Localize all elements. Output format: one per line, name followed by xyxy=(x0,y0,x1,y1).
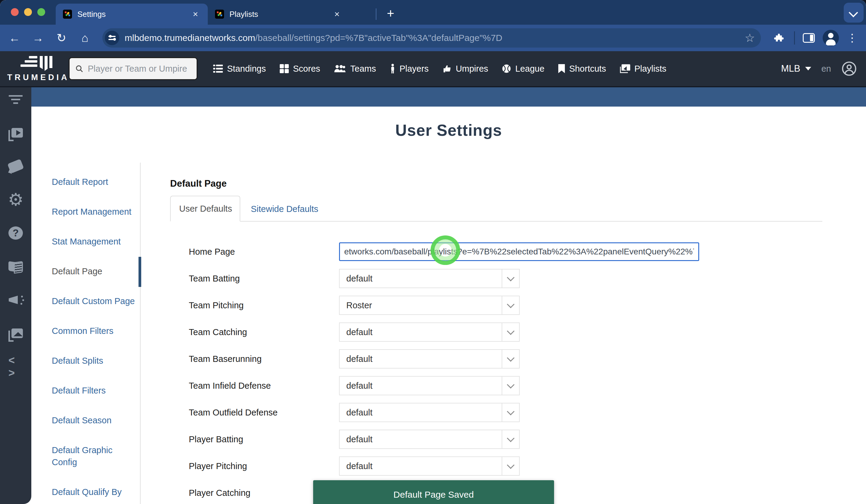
nav-item-label: Standings xyxy=(227,64,266,74)
nav-item-standings[interactable]: Standings xyxy=(213,64,266,74)
nav-item-label: Teams xyxy=(350,64,376,74)
chevron-down-icon xyxy=(502,269,519,288)
site-favicon xyxy=(63,10,72,19)
settings-menu-item[interactable]: Default Qualify By xyxy=(52,486,135,498)
tab-title: Settings xyxy=(77,10,190,19)
nav-item-shortcuts[interactable]: Shortcuts xyxy=(558,64,606,74)
bookmark-star-icon[interactable]: ☆ xyxy=(745,31,755,45)
image-stack-icon[interactable] xyxy=(9,327,23,340)
nav-item-scores[interactable]: Scores xyxy=(280,64,320,74)
settings-menu-item[interactable]: Common Filters xyxy=(52,325,135,337)
forward-icon[interactable]: → xyxy=(30,30,46,46)
standings-icon xyxy=(213,64,223,73)
back-icon[interactable]: ← xyxy=(7,30,22,46)
address-bar[interactable]: mlbdemo.trumedianetworks.com/baseball/se… xyxy=(102,28,761,47)
default-select-row: Team Infield Defense default xyxy=(170,376,866,395)
tab-divider xyxy=(376,9,376,20)
default-select-row: Team Pitching Roster xyxy=(170,296,866,315)
default-select-row: Team Baserunning default xyxy=(170,349,866,369)
url-text[interactable]: mlbdemo.trumedianetworks.com/baseball/se… xyxy=(125,33,740,43)
page-content: User Settings Default Report Report Mana… xyxy=(31,107,866,504)
select-rows: Team Batting default Team Pitching xyxy=(170,269,866,503)
select-row-label: Team Baserunning xyxy=(170,354,339,364)
settings-menu-item[interactable]: Report Management xyxy=(52,206,135,218)
search-icon xyxy=(75,64,84,74)
chevron-down-icon xyxy=(502,377,519,395)
dropdown-selected-value: default xyxy=(340,350,502,368)
default-dropdown[interactable]: default xyxy=(339,403,520,422)
default-dropdown[interactable]: default xyxy=(339,349,520,369)
chevron-down-icon xyxy=(805,67,811,70)
dropdown-selected-value: default xyxy=(340,457,502,475)
default-dropdown[interactable]: default xyxy=(339,323,520,342)
browser-menu-icon[interactable]: ⋮ xyxy=(847,32,857,44)
settings-menu-item[interactable]: Default Filters xyxy=(52,384,135,396)
tab-close-icon[interactable]: × xyxy=(332,9,342,19)
league-selector[interactable]: MLB xyxy=(781,63,811,74)
nav-item-label: Playlists xyxy=(634,64,666,74)
account-icon[interactable] xyxy=(841,61,857,77)
settings-panel: Default Page User Defaults Sitewide Defa… xyxy=(170,163,866,504)
home-icon[interactable]: ⌂ xyxy=(77,30,93,46)
search-input[interactable] xyxy=(88,64,191,74)
settings-menu-item[interactable]: Stat Management xyxy=(52,235,135,247)
defaults-form: Home Page Team Batting default xyxy=(170,242,866,503)
brand-name: TRUMEDIA xyxy=(7,73,65,82)
tab-sitewide-defaults[interactable]: Sitewide Defaults xyxy=(251,196,318,222)
nav-item-teams[interactable]: Teams xyxy=(334,64,376,74)
extensions-puzzle-icon[interactable] xyxy=(770,30,786,46)
umpires-icon xyxy=(442,64,451,73)
select-row-label: Player Pitching xyxy=(170,461,339,471)
select-row-label: Team Outfield Defense xyxy=(170,408,339,417)
video-playlist-icon[interactable] xyxy=(9,126,23,139)
filter-icon[interactable] xyxy=(9,93,23,106)
default-dropdown[interactable]: default xyxy=(339,376,520,395)
default-dropdown[interactable]: Roster xyxy=(339,296,520,315)
settings-menu-item[interactable]: Default Report xyxy=(52,176,135,188)
site-settings-icon[interactable] xyxy=(105,31,119,45)
select-row-label: Team Pitching xyxy=(170,301,339,311)
settings-menu-item[interactable]: Default Graphic Config xyxy=(52,444,135,468)
tab-playlists[interactable]: Playlists × xyxy=(208,4,349,25)
chevron-down-icon xyxy=(502,403,519,422)
tab-user-defaults[interactable]: User Defaults xyxy=(170,196,240,222)
minimize-window-button[interactable] xyxy=(24,8,32,16)
announcements-megaphone-icon[interactable] xyxy=(9,293,23,306)
tab-close-icon[interactable]: × xyxy=(190,9,201,19)
help-icon[interactable] xyxy=(9,226,23,240)
nav-item-league[interactable]: League xyxy=(502,64,544,74)
browser-window: Settings × Playlists × + ← → ↻ ⌂ mlbdemo… xyxy=(0,0,866,504)
tab-search-chevron-button[interactable] xyxy=(844,3,864,23)
teams-icon xyxy=(334,64,346,73)
home-page-input[interactable] xyxy=(339,242,699,261)
default-dropdown[interactable]: default xyxy=(339,269,520,288)
settings-menu-item[interactable]: Default Custom Page xyxy=(52,295,135,307)
browser-profile-avatar[interactable] xyxy=(823,30,839,46)
home-page-row: Home Page xyxy=(170,242,866,261)
tab-settings[interactable]: Settings × xyxy=(56,4,208,25)
nav-item-umpires[interactable]: Umpires xyxy=(442,64,488,74)
dropdown-selected-value: default xyxy=(340,430,502,448)
close-window-button[interactable] xyxy=(11,8,19,16)
side-panel-icon[interactable] xyxy=(803,33,815,43)
settings-menu-item[interactable]: Default Season xyxy=(52,414,135,426)
new-tab-button[interactable]: + xyxy=(382,5,399,22)
settings-menu-item[interactable]: Default Page xyxy=(52,265,135,277)
page-header-strip xyxy=(31,87,866,107)
embed-code-icon[interactable] xyxy=(9,360,23,373)
settings-gear-icon[interactable]: ⚙ xyxy=(9,193,23,206)
reload-icon[interactable]: ↻ xyxy=(54,30,69,46)
settings-menu-item[interactable]: Default Splits xyxy=(52,355,135,367)
cards-icon[interactable] xyxy=(9,159,23,173)
default-dropdown[interactable]: default xyxy=(339,457,520,476)
nav-item-playlists[interactable]: Playlists xyxy=(620,64,666,74)
glossary-book-icon[interactable] xyxy=(9,260,23,273)
language-label[interactable]: en xyxy=(821,64,831,74)
nav-item-players[interactable]: Players xyxy=(390,64,429,74)
trumedia-logo[interactable]: TRUMEDIA xyxy=(7,55,65,82)
nav-items: Standings Scores Teams Players Umpires L… xyxy=(213,64,781,74)
dropdown-selected-value: default xyxy=(340,403,502,422)
zoom-window-button[interactable] xyxy=(37,8,45,16)
default-dropdown[interactable]: default xyxy=(339,430,520,449)
global-search[interactable] xyxy=(69,57,198,80)
